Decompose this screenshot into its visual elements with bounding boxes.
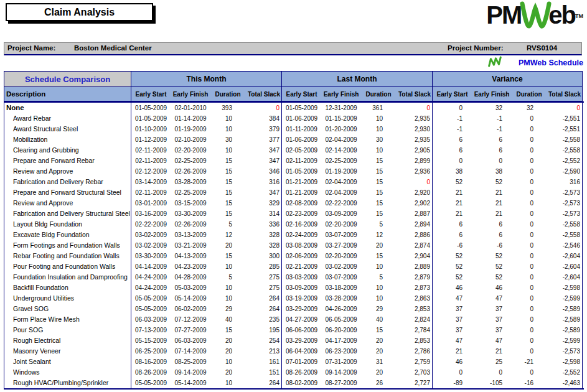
cell-last-month-early-start: 03-09-2009 xyxy=(281,282,321,293)
cell-this-month-early-start: 03-14-2009 xyxy=(131,177,171,187)
task-description: Foundation Insulation and Damproofing xyxy=(4,272,131,282)
table-row: Pour SOG07-13-200907-27-20091519506-06-2… xyxy=(4,325,584,335)
table-row: Clearing and Grubbing02-11-200902-20-200… xyxy=(4,145,584,156)
cell-last-month-early-start: 02-06-2009 xyxy=(281,251,321,261)
cell-this-month-early-finish: 05-03-2009 xyxy=(171,282,210,293)
table-row: Rough HVAC/Plumbing/Sprinkler05-05-20090… xyxy=(4,378,584,388)
cell-this-month-duration: 12 xyxy=(210,230,245,240)
cell-variance-duration: 0 xyxy=(512,156,547,166)
cell-variance-early-finish: -6 xyxy=(472,240,512,251)
cell-this-month-total-slack: 347 xyxy=(245,187,281,198)
cell-variance-early-start: 52 xyxy=(432,251,472,261)
cell-last-month-duration: 15 xyxy=(361,156,396,166)
table-row: Review and Approve03-01-200903-15-200915… xyxy=(4,198,584,208)
cell-variance-duration: 0 xyxy=(512,177,547,187)
task-description: Prepare and Forward Structural Steel xyxy=(4,187,131,198)
pmweb-schedule-link[interactable]: PMWeb Schedule xyxy=(519,58,583,67)
project-number-label: Project Number: xyxy=(448,44,503,52)
cell-variance-total-slack: -2,558 xyxy=(547,134,583,145)
cell-last-month-early-finish: 03-07-2009 xyxy=(321,272,361,282)
cell-this-month-early-finish: 03-13-2009 xyxy=(171,230,210,240)
cell-last-month-early-start: 03-03-2009 xyxy=(281,272,321,282)
cell-variance-total-slack: 316 xyxy=(547,177,583,187)
table-row: Mobilization01-12-200902-10-20093037701-… xyxy=(4,134,584,145)
cell-variance-early-start: 47 xyxy=(432,293,472,304)
cell-variance-duration: 0 xyxy=(512,314,547,325)
cell-last-month-early-start: 08-02-2009 xyxy=(281,378,321,388)
cell-last-month-early-start: 01-05-2009 xyxy=(281,166,321,177)
cell-last-month-early-start: 01-21-2009 xyxy=(281,177,321,187)
cell-last-month-duration: 31 xyxy=(361,357,396,367)
cell-variance-total-slack: -2,558 xyxy=(547,219,583,230)
cell-this-month-total-slack: 151 xyxy=(245,367,281,378)
corner-header-cell: Schedule Comparison xyxy=(4,71,131,87)
logo-eb-text: eb xyxy=(548,1,575,29)
cell-last-month-early-finish: 06-20-2009 xyxy=(321,325,361,335)
cell-last-month-early-finish: 02-04-2009 xyxy=(321,177,361,187)
cell-this-month-total-slack: 329 xyxy=(245,198,281,208)
cell-last-month-total-slack: 2,935 xyxy=(396,113,432,124)
cell-variance-early-start: 6 xyxy=(432,145,472,156)
cell-this-month-early-finish: 04-13-2009 xyxy=(171,251,210,261)
cell-this-month-early-finish: 02-01-2010 xyxy=(171,103,210,113)
cell-this-month-duration: 10 xyxy=(210,124,245,134)
pmweb-squiggle-icon xyxy=(487,57,502,70)
cell-this-month-duration: 10 xyxy=(210,293,245,304)
task-description: Rough Electrical xyxy=(4,335,131,346)
cell-variance-total-slack: -2,599 xyxy=(547,293,583,304)
cell-this-month-early-start: 06-25-2009 xyxy=(131,346,171,357)
cell-variance-total-slack: -2,589 xyxy=(547,304,583,314)
cell-last-month-early-start: 02-11-2009 xyxy=(281,156,321,166)
cell-this-month-duration: 10 xyxy=(210,378,245,388)
cell-this-month-early-finish: 02-20-2009 xyxy=(171,145,210,156)
cell-variance-early-finish: -1 xyxy=(472,124,512,134)
cell-last-month-duration: 20 xyxy=(361,240,396,251)
cell-variance-early-finish: 37 xyxy=(472,304,512,314)
cell-this-month-total-slack: 314 xyxy=(245,208,281,219)
cell-last-month-early-finish: 07-31-2009 xyxy=(321,357,361,367)
cell-variance-early-finish: 6 xyxy=(472,145,512,156)
cell-this-month-total-slack: 264 xyxy=(245,378,281,388)
pmweb-logo: PM eb TM xyxy=(486,1,583,35)
cell-variance-total-slack: -2,604 xyxy=(547,261,583,272)
cell-this-month-duration: 20 xyxy=(210,367,245,378)
cell-last-month-total-slack: 2,894 xyxy=(396,219,432,230)
cell-variance-early-start: -89 xyxy=(432,378,472,388)
cell-this-month-duration: 20 xyxy=(210,335,245,346)
cell-this-month-duration: 15 xyxy=(210,187,245,198)
cell-variance-duration: 0 xyxy=(512,240,547,251)
cell-this-month-early-start: 05-05-2009 xyxy=(131,378,171,388)
cell-variance-duration: 0 xyxy=(512,272,547,282)
cell-last-month-total-slack: 2,874 xyxy=(396,240,432,251)
table-row: Pour Footing and Foundation Walls04-14-2… xyxy=(4,261,584,272)
cell-variance-total-slack: -2,546 xyxy=(547,240,583,251)
project-name-label: Project Name: xyxy=(7,44,55,52)
table-row: Review and Approve02-12-200902-26-200915… xyxy=(4,166,584,177)
cell-this-month-early-finish: 05-14-2009 xyxy=(171,378,210,388)
cell-this-month-early-finish: 01-19-2009 xyxy=(171,124,210,134)
cell-last-month-early-finish: 03-27-2009 xyxy=(321,240,361,251)
cell-last-month-early-start: 01-21-2009 xyxy=(281,187,321,198)
cell-this-month-duration: 393 xyxy=(210,103,245,113)
schedule-link-row: PMWeb Schedule xyxy=(487,57,583,69)
cell-variance-duration: 0 xyxy=(512,346,547,357)
cell-this-month-total-slack: 195 xyxy=(245,325,281,335)
cell-this-month-early-start: 03-01-2009 xyxy=(131,198,171,208)
cell-variance-early-start: 37 xyxy=(432,314,472,325)
table-row: Foundation Insulation and Damproofing04-… xyxy=(4,272,584,282)
table-row: Form Place Wire Mesh06-03-200907-12-2009… xyxy=(4,314,584,325)
cell-variance-total-slack: -2,604 xyxy=(547,272,583,282)
cell-variance-duration: 0 xyxy=(512,124,547,134)
cell-this-month-total-slack: 328 xyxy=(245,230,281,240)
cell-last-month-total-slack: 2,786 xyxy=(396,346,432,357)
col-header-total-slack: Total Slack xyxy=(245,87,281,101)
cell-last-month-early-finish: 06-23-2009 xyxy=(321,346,361,357)
cell-this-month-early-start: 01-05-2009 xyxy=(131,103,171,113)
cell-variance-duration: 0 xyxy=(512,335,547,346)
cell-variance-early-finish: 52 xyxy=(472,177,512,187)
cell-this-month-duration: 15 xyxy=(210,325,245,335)
table-row: Fabrication and Delivery Structural Stee… xyxy=(4,208,584,219)
cell-last-month-duration: 40 xyxy=(361,314,396,325)
task-description: Joint Sealant xyxy=(4,357,131,367)
cell-last-month-early-finish: 03-02-2009 xyxy=(321,261,361,272)
